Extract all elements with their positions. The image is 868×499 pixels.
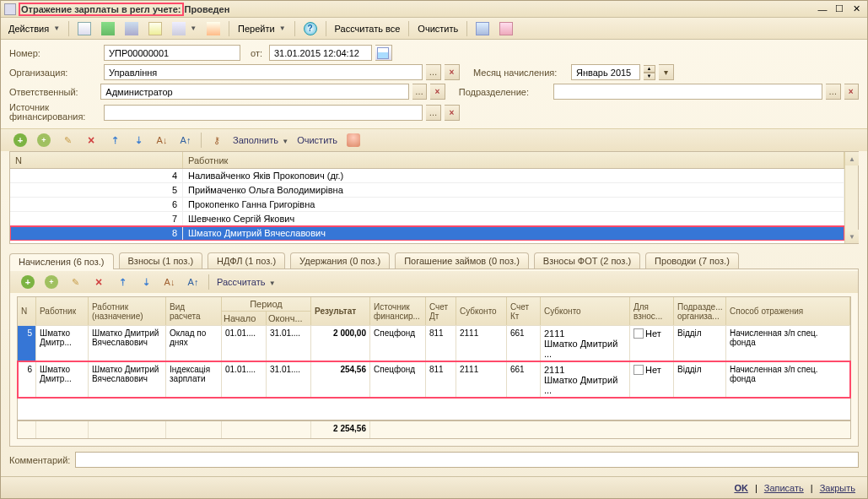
g1-down[interactable]: ⇣ xyxy=(127,132,149,149)
g1-fill[interactable]: Заполнить ▼ xyxy=(229,133,292,147)
close-button[interactable]: ✕ xyxy=(849,3,864,16)
resp-pick[interactable]: … xyxy=(412,84,427,100)
g2h-n[interactable]: N xyxy=(18,297,36,325)
checkbox[interactable] xyxy=(633,328,644,339)
tb-new[interactable] xyxy=(73,20,95,37)
clear-button[interactable]: Очистить xyxy=(413,20,462,37)
tb-help[interactable]: ? xyxy=(299,20,321,37)
grid1-row[interactable]: 8Шматко Дмитрий Вячеславович xyxy=(10,226,844,241)
grid1-cell-name: Наливайченко Яків Прокопович (дг.) xyxy=(183,169,844,182)
fund-clear[interactable]: × xyxy=(445,105,460,121)
tab[interactable]: Взносы ФОТ (2 поз.) xyxy=(534,252,640,268)
g2h-contr[interactable]: Для взнос... xyxy=(630,297,674,325)
month-input[interactable] xyxy=(571,64,640,80)
dept-clear[interactable]: × xyxy=(844,84,859,100)
fund-input[interactable] xyxy=(104,105,423,121)
tab[interactable]: Удержания (0 поз.) xyxy=(290,252,390,268)
fund-pick[interactable]: … xyxy=(426,105,441,121)
tab[interactable]: НДФЛ (1 поз.) xyxy=(208,252,285,268)
checkbox[interactable] xyxy=(633,365,644,375)
tb-save[interactable] xyxy=(121,20,143,37)
g2-add2[interactable]: + xyxy=(40,274,62,290)
g2h-calctype[interactable]: Вид расчета xyxy=(166,297,222,325)
dept-pick[interactable]: … xyxy=(826,84,840,100)
g2-add[interactable]: + xyxy=(17,274,39,290)
tab[interactable]: Начисления (6 поз.) xyxy=(9,253,114,269)
resp-clear[interactable]: × xyxy=(430,84,445,100)
g2h-worker[interactable]: Работник xyxy=(36,297,89,325)
g2-del[interactable]: × xyxy=(88,274,110,290)
g1-add[interactable]: + xyxy=(9,132,31,149)
titlebar: Отражение зарплаты в регл учете: Проведе… xyxy=(1,1,867,18)
number-input[interactable] xyxy=(104,45,240,61)
date-input[interactable] xyxy=(269,45,372,61)
grid1-body[interactable]: 4Наливайченко Яків Прокопович (дг.)5Прий… xyxy=(10,169,844,241)
grid1-col-worker[interactable]: Работник xyxy=(183,152,844,168)
g2-up[interactable]: ⇡ xyxy=(111,274,133,290)
g2h-dt[interactable]: Счет Дт xyxy=(426,297,456,325)
tb-form[interactable] xyxy=(144,20,166,37)
g1-edit[interactable]: ✎ xyxy=(57,132,78,149)
grid2-row[interactable]: 5Шматко Дмитр...Шматко Дмитрий Вячеславо… xyxy=(18,325,850,361)
grid1-row[interactable]: 7Шевченко Сергій Якович xyxy=(10,212,844,226)
ok-button[interactable]: OK xyxy=(731,481,752,495)
g2-edit[interactable]: ✎ xyxy=(64,274,86,290)
grid1-row[interactable]: 5Приймаченко Ольга Володимирівна xyxy=(10,183,844,198)
date-picker-button[interactable] xyxy=(375,45,392,61)
maximize-button[interactable]: ☐ xyxy=(832,3,847,16)
tb-save-go[interactable] xyxy=(97,20,119,37)
actions-menu[interactable]: Действия▼ xyxy=(4,20,64,37)
g2-down[interactable]: ⇣ xyxy=(135,274,157,290)
g2-sort[interactable]: A↓ xyxy=(159,274,181,290)
g2-calc[interactable]: Рассчитать ▼ xyxy=(213,275,279,289)
month-spin[interactable]: ▲▼ xyxy=(644,65,655,80)
g1-del[interactable]: × xyxy=(80,132,102,149)
g2h-period[interactable]: Период НачалоОконч... xyxy=(222,297,311,325)
scroll-down[interactable]: ▼ xyxy=(845,230,859,243)
save-button[interactable]: Записать xyxy=(761,481,807,495)
minimize-button[interactable]: — xyxy=(815,3,830,16)
grid1-row[interactable]: 6Прокопенко Ганна Григорівна xyxy=(10,198,844,212)
comment-label: Комментарий: xyxy=(9,455,70,465)
month-pick[interactable]: ▾ xyxy=(659,64,674,80)
g2h-fund[interactable]: Источник финансир... xyxy=(370,297,426,325)
grid1-col-n[interactable]: N xyxy=(10,152,183,168)
g2h-sk2[interactable]: Субконто xyxy=(541,297,630,325)
calc-all-button[interactable]: Рассчитать все xyxy=(331,20,405,37)
g1-sort[interactable]: A↓ xyxy=(151,132,173,149)
tb-table2[interactable] xyxy=(495,20,517,37)
org-pick[interactable]: … xyxy=(426,64,441,80)
tb-based[interactable]: ▼ xyxy=(168,20,201,37)
grid2-total: 2 254,56 xyxy=(311,421,370,438)
g2h-kt[interactable]: Счет Кт xyxy=(507,297,541,325)
resp-input[interactable] xyxy=(100,84,409,100)
tb-hier[interactable] xyxy=(202,20,224,37)
g2-sort2[interactable]: A↑ xyxy=(182,274,204,290)
g1-clear[interactable]: Очистить xyxy=(294,133,341,147)
g1-add2[interactable]: + xyxy=(33,132,55,149)
grid1-row[interactable]: 4Наливайченко Яків Прокопович (дг.) xyxy=(10,169,844,183)
tab[interactable]: Проводки (7 поз.) xyxy=(645,252,739,268)
comment-input[interactable] xyxy=(75,452,859,468)
tb-table[interactable] xyxy=(472,20,493,37)
dept-input[interactable] xyxy=(553,84,822,100)
g1-hier[interactable]: ⚷ xyxy=(206,132,228,149)
g1-person[interactable] xyxy=(342,132,364,149)
scroll-up[interactable]: ▲ xyxy=(845,152,859,165)
tab[interactable]: Погашение займов (0 поз.) xyxy=(395,252,529,268)
g2h-worker-assign[interactable]: Работник (назначение) xyxy=(89,297,166,325)
g2h-sk1[interactable]: Субконто xyxy=(456,297,507,325)
org-input[interactable] xyxy=(104,64,423,80)
org-clear[interactable]: × xyxy=(445,64,460,80)
g1-up[interactable]: ⇡ xyxy=(104,132,126,149)
goto-menu[interactable]: Перейти▼ xyxy=(234,20,290,37)
main-toolbar: Действия▼ ▼ Перейти▼ ? Рассчитать все Оч… xyxy=(1,18,867,40)
grid2-row[interactable]: 6Шматко Дмитр...Шматко Дмитрий Вячеславо… xyxy=(18,361,850,398)
copy-icon xyxy=(172,22,186,35)
g2h-dept[interactable]: Подразде... организа... xyxy=(674,297,726,325)
g2h-method[interactable]: Способ отражения xyxy=(726,297,850,325)
g2h-result[interactable]: Результат xyxy=(311,297,370,325)
close-button[interactable]: Закрыть xyxy=(817,481,859,495)
g1-sort2[interactable]: A↑ xyxy=(175,132,197,149)
tab[interactable]: Взносы (1 поз.) xyxy=(119,252,203,268)
